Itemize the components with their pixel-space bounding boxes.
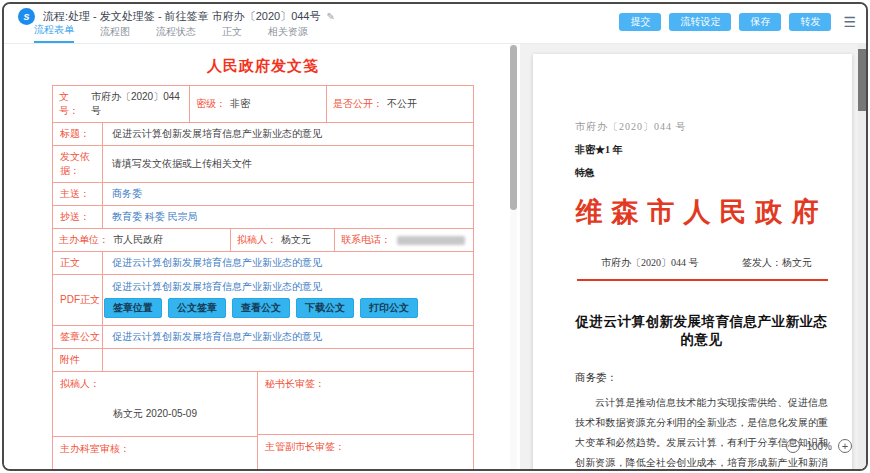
- zoom-out-button[interactable]: −: [786, 439, 800, 453]
- field-row-attachment: 附件: [53, 348, 473, 371]
- preview-paragraph: 云计算是推动信息技术能力实现按需供给、促进信息技术和数据资源充分利用的全新业态，…: [575, 393, 828, 471]
- field-row-org: 主办单位： 市人民政府 拟稿人： 杨文元 联系电话：: [53, 228, 473, 251]
- field-row-basis: 发文依据： 请填写发文依据或上传相关文件: [53, 145, 473, 182]
- signed-doc-link[interactable]: 促进云计算创新发展培育信息产业新业态的意见: [103, 326, 473, 348]
- download-doc-button[interactable]: 下载公文: [296, 298, 354, 318]
- print-doc-button[interactable]: 打印公文: [360, 298, 418, 318]
- field-row-signed-doc: 签章公文 促进云计算创新发展培育信息产业新业态的意见: [53, 325, 473, 348]
- tab-flow-form[interactable]: 流程表单: [34, 23, 74, 43]
- field-doc-no: 文号： 市府办〔2020〕044号: [53, 86, 189, 122]
- preview-scrollbar-thumb[interactable]: [858, 49, 866, 111]
- signature-area: 拟稿人： 杨文元 2020-05-09 主办科室审核： 王晶 2020-05-0…: [53, 371, 473, 471]
- form-title: 人民政府发文笺: [52, 57, 474, 76]
- forward-button[interactable]: 转发: [789, 13, 831, 31]
- field-row-copy-send: 抄送： 教育委 科委 民宗局: [53, 205, 473, 228]
- field-row-subject: 标题： 促进云计算创新发展培育信息产业新业态的意见: [53, 122, 473, 145]
- form-pane: 人民政府发文笺 文号： 市府办〔2020〕044号 密级： 非密 是否公开： 不…: [4, 44, 520, 471]
- copy-send-links[interactable]: 教育委 科委 民宗局: [103, 206, 473, 228]
- field-row-docno: 文号： 市府办〔2020〕044号 密级： 非密 是否公开： 不公开: [53, 86, 473, 122]
- subject-label: 标题：: [53, 123, 103, 145]
- sign-position-button[interactable]: 签章位置: [104, 298, 162, 318]
- subject-value[interactable]: 促进云计算创新发展培育信息产业新业态的意见: [103, 123, 473, 145]
- field-row-main-send: 主送： 商务委: [53, 182, 473, 205]
- submit-button[interactable]: 提交: [619, 13, 661, 31]
- sign-drafter-value: 杨文元 2020-05-09: [60, 407, 250, 421]
- zoom-control: − 100% +: [786, 439, 852, 453]
- preview-secrecy: 非密★1 年: [575, 143, 828, 157]
- preview-ref-no-top: 市府办〔2020〕044 号: [575, 120, 828, 134]
- tab-flow-diagram[interactable]: 流程图: [100, 25, 130, 43]
- preview-government-title: 维森市人民政府: [575, 194, 828, 230]
- red-divider-line: [577, 279, 828, 281]
- edit-icon[interactable]: ✎: [327, 11, 335, 22]
- field-public: 是否公开： 不公开: [326, 86, 473, 122]
- tab-body[interactable]: 正文: [222, 25, 242, 43]
- document-form-table: 文号： 市府办〔2020〕044号 密级： 非密 是否公开： 不公开 标题： 促…: [52, 85, 474, 471]
- body-label: 正文: [53, 252, 103, 274]
- basis-label: 发文依据：: [53, 146, 103, 182]
- form-scrollbar[interactable]: [510, 44, 517, 471]
- pdf-action-buttons: 签章位置 公文签章 查看公文 下载公文 打印公文: [103, 298, 418, 320]
- attachment-label: 附件: [53, 349, 103, 371]
- preview-scrollbar[interactable]: [858, 44, 866, 471]
- main-send-link[interactable]: 商务委: [103, 183, 473, 205]
- copy-send-label: 抄送：: [53, 206, 103, 228]
- phone-value-redacted: [397, 236, 465, 245]
- view-doc-button[interactable]: 查看公文: [232, 298, 290, 318]
- pdf-doc-link[interactable]: 促进云计算创新发展培育信息产业新业态的意见: [103, 279, 331, 298]
- field-phone: 联系电话：: [334, 229, 473, 251]
- basis-value[interactable]: 请填写发文依据或上传相关文件: [103, 146, 473, 182]
- app-header: s 流程:处理 - 发文处理签 - 前往签章 市府办〔2020〕044号 ✎ 流…: [4, 4, 866, 44]
- sign-cell-drafter: 拟稿人： 杨文元 2020-05-09: [53, 372, 257, 436]
- field-org: 主办单位： 市人民政府: [53, 229, 230, 251]
- app-window: s 流程:处理 - 发文处理签 - 前往签章 市府办〔2020〕044号 ✎ 流…: [2, 2, 868, 471]
- field-row-pdf-body: PDF正文 促进云计算创新发展培育信息产业新业态的意见 签章位置 公文签章 查看…: [53, 274, 473, 325]
- doc-sign-button[interactable]: 公文签章: [168, 298, 226, 318]
- preview-issuer: 签发人：杨文元: [742, 256, 812, 270]
- preview-ref-no: 市府办〔2020〕044 号: [601, 256, 699, 270]
- body-doc-link[interactable]: 促进云计算创新发展培育信息产业新业态的意见: [103, 252, 473, 274]
- tab-flow-status[interactable]: 流程状态: [156, 25, 196, 43]
- zoom-in-button[interactable]: +: [838, 439, 852, 453]
- field-drafter: 拟稿人： 杨文元: [230, 229, 334, 251]
- page-title: 流程:处理 - 发文处理签 - 前往签章 市府办〔2020〕044号: [43, 9, 321, 24]
- preview-pane: 市府办〔2020〕044 号 非密★1 年 特急 维森市人民政府 市府办〔202…: [520, 44, 866, 471]
- menu-icon[interactable]: ☰: [843, 15, 856, 29]
- main-send-label: 主送：: [53, 183, 103, 205]
- pdf-body-label: PDF正文: [53, 275, 103, 325]
- form-scrollbar-thumb[interactable]: [510, 45, 517, 210]
- attachment-value[interactable]: [103, 349, 473, 371]
- flow-settings-button[interactable]: 流转设定: [669, 13, 731, 31]
- preview-doc-title: 促进云计算创新发展培育信息产业新业态的意见: [575, 313, 828, 349]
- document-page: 市府办〔2020〕044 号 非密★1 年 特急 维森市人民政府 市府办〔202…: [533, 54, 852, 471]
- sign-cell-vice-mayor: 主管副市长审签：: [258, 434, 473, 471]
- zoom-level: 100%: [806, 441, 832, 452]
- signed-doc-label: 签章公文: [53, 326, 103, 348]
- tab-resources[interactable]: 相关资源: [268, 25, 308, 43]
- preview-salutation: 商务委：: [575, 371, 828, 385]
- save-button[interactable]: 保存: [739, 13, 781, 31]
- preview-urgency: 特急: [575, 166, 828, 180]
- sign-cell-secretary: 秘书长审签：: [258, 372, 473, 434]
- field-row-body: 正文 促进云计算创新发展培育信息产业新业态的意见: [53, 251, 473, 274]
- field-secrecy: 密级： 非密: [189, 86, 326, 122]
- sign-cell-dept-review: 主办科室审核： 王晶 2020-05-09: [53, 436, 257, 471]
- app-logo-icon: s: [18, 8, 35, 25]
